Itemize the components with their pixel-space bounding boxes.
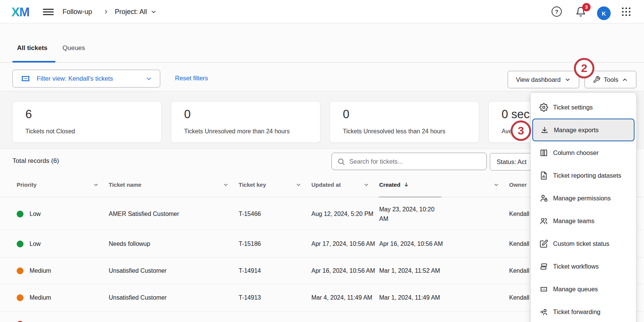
column-label: Created xyxy=(379,181,400,188)
priority-value: Low xyxy=(30,211,41,217)
menu-item-label: Manage permissions xyxy=(553,195,611,202)
column-header-priority[interactable]: Priority xyxy=(17,181,109,188)
menu-item-manage-exports[interactable]: Manage exports xyxy=(532,119,635,141)
top-navigation-bar: XM Follow-up Project: All ? 3 K xyxy=(0,0,644,23)
chevron-down-icon[interactable] xyxy=(223,182,229,188)
updated-at: Aug 12, 2024, 5:20 PM xyxy=(311,211,379,217)
reset-filters-link[interactable]: Reset filters xyxy=(175,75,208,82)
menu-item-label: Ticket forwarding xyxy=(553,308,600,316)
menu-item-custom-ticket-status[interactable]: Custom ticket status xyxy=(531,232,636,255)
column-label: Ticket name xyxy=(109,181,141,188)
stat-label: Tickets Unresolved more than 24 hours xyxy=(184,128,290,135)
priority-value: Medium xyxy=(30,294,51,301)
menu-item-label: Custom ticket status xyxy=(553,240,610,247)
menu-item-ticket-reporting-datasets[interactable]: Ticket reporting datasets xyxy=(531,164,636,187)
updated-at: Apr 17, 2024, 10:56 AM xyxy=(311,241,379,247)
view-dashboard-button[interactable]: View dashboard xyxy=(508,71,579,88)
chevron-down-icon[interactable] xyxy=(493,182,499,188)
ticket-icon xyxy=(20,73,31,84)
chevron-down-icon xyxy=(150,9,157,15)
tickets-page: XM Follow-up Project: All ? 3 K All tick… xyxy=(0,0,644,322)
report-document-icon xyxy=(539,171,548,180)
updated-at: Mar 4, 2024, 11:49 AM xyxy=(311,294,379,301)
stat-value: 0 xyxy=(343,108,349,121)
menu-item-ticket-settings[interactable]: Ticket settings xyxy=(531,96,636,119)
edit-square-icon xyxy=(539,239,548,248)
chevron-down-icon[interactable] xyxy=(363,182,369,188)
status-filter-label: Status: Act xyxy=(497,158,527,166)
created-at: Apr 16, 2024, 10:56 AM xyxy=(379,241,509,247)
total-records-label: Total records (6) xyxy=(13,157,59,165)
menu-item-manage-queues[interactable]: Manage queues xyxy=(531,278,636,300)
chevron-down-icon[interactable] xyxy=(93,182,99,188)
gear-icon xyxy=(539,103,548,112)
priority-value: Medium xyxy=(30,267,51,274)
sort-desc-icon xyxy=(403,181,410,188)
menu-item-ticket-workflows[interactable]: Ticket workflows xyxy=(531,255,636,278)
search-input[interactable] xyxy=(349,158,481,165)
xm-logo[interactable]: XM xyxy=(11,5,30,19)
menu-item-manage-teams[interactable]: Manage teams xyxy=(531,209,636,232)
filter-view-label: Filter view: Kendall's tickets xyxy=(37,75,113,82)
column-label: Ticket key xyxy=(239,181,266,188)
person-lock-icon xyxy=(539,194,548,203)
chevron-up-icon xyxy=(622,77,628,83)
stat-value: 6 xyxy=(25,108,32,121)
columns-icon xyxy=(539,148,548,157)
active-tab-underline xyxy=(13,61,55,63)
ticket-key: T-15186 xyxy=(239,241,311,247)
chevron-down-icon xyxy=(145,75,152,82)
menu-item-column-chooser[interactable]: Column chooser xyxy=(531,141,636,164)
ticket-name: AMER Satisfied Customer xyxy=(109,211,239,217)
priority-dot xyxy=(17,211,23,217)
column-header-ticket-key[interactable]: Ticket key xyxy=(239,181,311,188)
avatar[interactable]: K xyxy=(597,6,611,20)
breadcrumb-project-dropdown[interactable]: Project: All xyxy=(115,0,157,23)
column-label: Owner xyxy=(509,181,527,188)
menu-item-label: Manage teams xyxy=(553,217,594,225)
menu-item-ticket-forwarding[interactable]: Ticket forwarding xyxy=(531,300,636,322)
breadcrumb-project-label: Project: All xyxy=(115,8,147,16)
ticket-name: Needs followup xyxy=(109,241,239,247)
view-dashboard-label: View dashboard xyxy=(516,76,561,83)
ticket-name: Unsatisfied Customer xyxy=(109,267,239,274)
app-grid-icon[interactable] xyxy=(621,6,631,17)
tab-all-tickets[interactable]: All tickets xyxy=(17,44,47,52)
annotation-number: 2 xyxy=(581,62,588,75)
column-header-ticket-name[interactable]: Ticket name xyxy=(109,181,239,188)
stat-card-unresolved-more-24h: 0 Tickets Unresolved more than 24 hours xyxy=(171,101,320,143)
priority-dot xyxy=(17,267,23,274)
column-header-updated-at[interactable]: Updated at xyxy=(311,181,379,188)
hamburger-menu-icon[interactable] xyxy=(43,9,54,15)
chevron-down-icon[interactable] xyxy=(295,182,302,188)
tabs-divider xyxy=(0,62,644,63)
forward-person-icon xyxy=(539,308,548,316)
menu-item-label: Column chooser xyxy=(553,149,599,156)
breadcrumb-section[interactable]: Follow-up xyxy=(63,0,92,23)
annotation-step-2: 2 xyxy=(574,58,594,78)
ticket-icon xyxy=(539,285,548,294)
menu-item-label: Manage exports xyxy=(554,127,599,134)
priority-dot xyxy=(17,241,23,247)
menu-item-label: Manage queues xyxy=(553,286,598,293)
created-at: May 23, 2024, 10:20 AM xyxy=(379,205,437,224)
created-at: Mar 1, 2024, 11:49 AM xyxy=(379,294,509,301)
notification-count-badge: 3 xyxy=(582,3,591,11)
workflow-icon xyxy=(539,262,548,271)
column-label: Priority xyxy=(17,181,37,188)
chevron-right-icon xyxy=(103,0,109,23)
menu-item-manage-permissions[interactable]: Manage permissions xyxy=(531,187,636,209)
tab-queues[interactable]: Queues xyxy=(63,44,85,52)
menu-item-label: Ticket settings xyxy=(553,104,593,111)
ticket-search[interactable] xyxy=(331,153,487,170)
created-at: Mar 1, 2024, 11:52 AM xyxy=(379,267,509,274)
people-icon xyxy=(539,217,548,225)
help-icon[interactable]: ? xyxy=(552,6,562,17)
ticket-key: T-14914 xyxy=(239,267,311,274)
ticket-key: T-14913 xyxy=(239,294,311,301)
stat-label: Tickets not Closed xyxy=(25,128,75,135)
filter-view-dropdown[interactable]: Filter view: Kendall's tickets xyxy=(13,70,160,88)
column-header-created[interactable]: Created xyxy=(379,181,509,188)
stat-value: 0 xyxy=(184,108,191,121)
chevron-down-icon xyxy=(564,77,571,83)
